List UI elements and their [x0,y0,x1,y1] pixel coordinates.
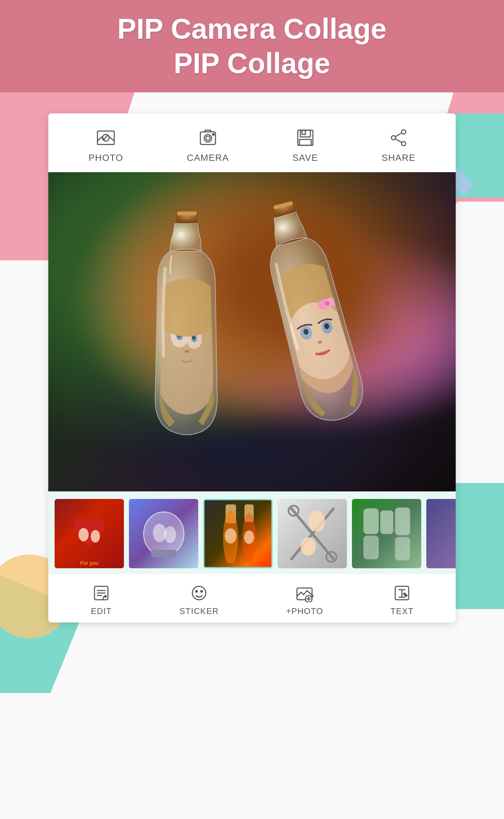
svg-point-66 [192,586,206,600]
svg-point-54 [308,511,325,532]
nav-sticker[interactable]: STICKER [179,582,219,616]
svg-rect-8 [299,139,311,145]
main-canvas[interactable] [48,172,456,491]
thumb-4-preview [278,499,347,568]
edit-label: EDIT [91,606,112,616]
toolbar-camera[interactable]: CAMERA [187,126,229,163]
thumb-6-preview [426,499,456,568]
template-item-2[interactable] [129,499,198,568]
text-icon [391,582,413,604]
svg-rect-60 [395,537,410,560]
svg-point-38 [79,528,89,541]
template-item-4[interactable] [278,499,347,568]
toolbar-share[interactable]: SHARE [382,126,416,163]
thumb-3-preview [205,500,271,567]
save-icon [293,126,318,149]
share-icon [386,126,411,149]
svg-point-22 [192,336,195,339]
photo-icon [93,126,118,149]
svg-point-9 [402,130,406,134]
template-item-1[interactable]: For you [55,499,124,568]
svg-point-55 [301,537,316,556]
toolbar-save[interactable]: SAVE [292,126,318,163]
template-tray: For you [48,491,456,573]
svg-point-4 [213,134,214,135]
nav-text[interactable]: TEXT [391,582,414,616]
svg-rect-59 [364,536,378,559]
template-item-3[interactable] [203,499,273,568]
svg-point-3 [206,136,210,140]
svg-line-13 [396,139,402,142]
svg-rect-56 [364,509,378,534]
bottles-container [113,193,391,470]
app-title: PIP Camera Collage PIP Collage [117,12,386,80]
app-card: PHOTO CAMERA [48,113,456,622]
template-item-5[interactable] [352,499,421,568]
toolbar: PHOTO CAMERA [48,113,456,172]
bottle-right[interactable] [228,187,400,452]
template-scroll[interactable]: For you [48,499,456,568]
thumb-1-preview: For you [55,499,124,568]
bottle-left[interactable] [130,210,244,454]
svg-point-39 [91,530,100,543]
bottom-nav: EDIT STICKER [48,573,456,622]
svg-point-48 [225,528,236,543]
svg-point-2 [204,134,212,142]
svg-rect-57 [381,511,393,534]
nav-edit[interactable]: EDIT [90,582,112,616]
camera-icon [195,126,220,149]
svg-point-49 [244,530,254,544]
svg-line-12 [396,133,402,136]
svg-rect-7 [302,130,305,134]
sticker-icon [188,582,210,604]
svg-rect-15 [177,211,197,215]
svg-point-11 [391,136,396,140]
svg-rect-41 [151,550,176,557]
svg-point-43 [164,526,176,543]
svg-line-65 [103,596,104,599]
thumb-2-preview [129,499,198,568]
addphoto-label: +PHOTO [286,606,323,616]
share-label: SHARE [382,152,416,163]
toolbar-photo[interactable]: PHOTO [89,126,123,163]
edit-icon [90,582,112,604]
sticker-label: STICKER [179,606,219,616]
svg-point-68 [201,591,202,592]
nav-addphoto[interactable]: +PHOTO [286,582,323,616]
svg-point-24 [184,350,189,353]
thumb-5-preview [352,499,421,568]
svg-point-67 [196,591,197,592]
addphoto-icon [294,582,315,604]
camera-label: CAMERA [187,152,229,163]
thumb-1-label: For you [55,560,124,566]
save-label: SAVE [292,152,318,163]
svg-point-10 [402,142,406,146]
photo-label: PHOTO [89,152,123,163]
app-header: PIP Camera Collage PIP Collage [0,0,504,92]
svg-rect-58 [395,508,410,535]
background-area: PHOTO CAMERA [0,92,504,819]
template-item-6[interactable] [426,499,456,568]
svg-point-42 [153,524,166,542]
text-label: TEXT [391,606,414,616]
